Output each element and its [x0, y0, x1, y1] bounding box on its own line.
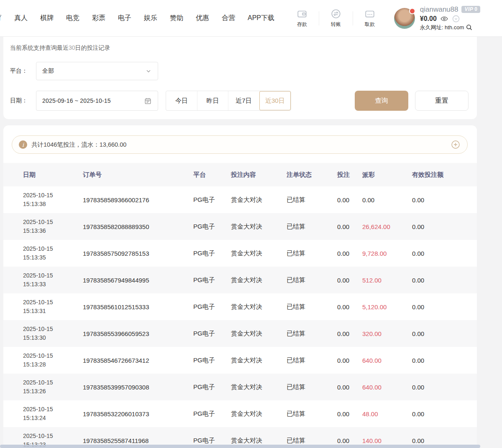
bet-valid: 0.00	[412, 240, 477, 267]
plus-circle-icon[interactable]	[451, 140, 461, 150]
bet-status: 已结算	[287, 267, 337, 293]
bet-datetime: 2025-10-1515:13:36	[23, 213, 83, 240]
column-header: 日期	[23, 163, 83, 186]
user-block[interactable]: qianwanu88 VIP 0 ¥0.00	[394, 5, 480, 31]
nav-item[interactable]: 育	[0, 14, 2, 23]
bet-order: 1978358532206010373	[83, 400, 193, 427]
bet-platform: PG电子	[193, 347, 231, 374]
bet-datetime: 2025-10-1515:13:30	[23, 320, 83, 347]
header-actions: 存款 转账 取款	[289, 8, 383, 28]
bet-payout: 640.00	[362, 374, 412, 400]
column-header: 平台	[193, 163, 231, 186]
bet-platform: PG电子	[193, 400, 231, 427]
deposit-label: 存款	[297, 21, 307, 28]
bet-content: 赏金大对决	[231, 347, 287, 374]
user-info: qianwanu88 VIP 0 ¥0.00	[420, 5, 480, 31]
chevron-down-circle-icon[interactable]	[452, 15, 460, 23]
nav-item[interactable]: 合营	[222, 14, 235, 23]
chevron-down-icon	[145, 68, 152, 74]
bet-order: 1978358553966059523	[83, 320, 193, 347]
bet-payout: 26,624.00	[362, 213, 412, 240]
range-yesterday-button[interactable]: 昨日	[197, 91, 228, 110]
transfer-button[interactable]: 转账	[323, 8, 349, 28]
bet-bet: 0.00	[337, 374, 362, 400]
avatar[interactable]	[394, 8, 415, 29]
bet-content: 赏金大对决	[231, 267, 287, 293]
table-row: 2025-10-1515:13:311978358561012515333PG电…	[3, 293, 477, 320]
table-row: 2025-10-1515:13:261978358539957090308PG电…	[3, 374, 477, 400]
reset-button[interactable]: 重置	[415, 91, 469, 111]
summary-text: 共计1046笔投注，流水：13,660.00	[31, 141, 126, 149]
bet-status: 已结算	[287, 240, 337, 267]
nav-item[interactable]: 优惠	[196, 14, 209, 23]
bet-datetime: 2025-10-1515:13:31	[23, 293, 83, 320]
bet-valid: 0.00	[412, 374, 477, 400]
bet-order: 1978358546726673412	[83, 347, 193, 374]
bet-datetime: 2025-10-1515:13:26	[23, 374, 83, 400]
nav-item[interactable]: 娱乐	[144, 14, 157, 23]
divider	[319, 11, 319, 25]
horizontal-scrollbar[interactable]	[0, 445, 480, 448]
filter-panel: 当前系统支持查询最近30日的投注记录 平台： 全部 日期： 2025-09-16…	[3, 37, 477, 119]
column-header: 投注内容	[231, 163, 287, 186]
bet-order: 1978358567949844995	[83, 267, 193, 293]
nav-item[interactable]: 真人	[14, 14, 28, 23]
table-row: 2025-10-1515:13:331978358567949844995PG电…	[3, 267, 477, 293]
main-nav: 育真人棋牌电竞彩票电子娱乐赞助优惠合营APP下载	[0, 14, 274, 23]
range-30days-button[interactable]: 近30日	[259, 91, 291, 110]
bet-content: 赏金大对决	[231, 213, 287, 240]
nav-item[interactable]: 棋牌	[40, 14, 54, 23]
bet-bet: 0.00	[337, 186, 362, 213]
bet-datetime: 2025-10-1515:13:28	[23, 347, 83, 374]
bet-valid: 0.00	[412, 267, 477, 293]
range-7days-button[interactable]: 近7日	[228, 91, 259, 110]
bet-payout: 0.00	[362, 186, 412, 213]
bet-bet: 0.00	[337, 267, 362, 293]
bet-status: 已结算	[287, 320, 337, 347]
table-row: 2025-10-1515:13:301978358553966059523PG电…	[3, 320, 477, 347]
bet-bet: 0.00	[337, 320, 362, 347]
records-panel: i 共计1046笔投注，流水：13,660.00 日期订单号平台投注内容注单状态…	[3, 125, 477, 448]
nav-item[interactable]: APP下载	[248, 14, 274, 23]
permanent-url-label: 永久网址: hth.com	[420, 24, 464, 31]
bet-content: 赏金大对决	[231, 320, 287, 347]
date-label: 日期：	[10, 97, 36, 104]
bet-platform: PG电子	[193, 213, 231, 240]
search-icon[interactable]	[466, 24, 473, 31]
bet-order: 1978358582088889350	[83, 213, 193, 240]
bet-bet: 0.00	[337, 213, 362, 240]
range-today-button[interactable]: 今日	[166, 91, 197, 110]
bet-order: 1978358575092785153	[83, 240, 193, 267]
table-body: 2025-10-1515:13:381978358589366002176PG电…	[3, 186, 477, 448]
bet-status: 已结算	[287, 347, 337, 374]
username: qianwanu88	[420, 5, 458, 14]
bet-order: 1978358589366002176	[83, 186, 193, 213]
deposit-button[interactable]: 存款	[289, 8, 315, 28]
bet-bet: 0.00	[337, 293, 362, 320]
bet-bet: 0.00	[337, 240, 362, 267]
bet-valid: 0.00	[412, 320, 477, 347]
divider	[353, 11, 353, 25]
bet-content: 赏金大对决	[231, 400, 287, 427]
date-range-input[interactable]: 2025-09-16 ~ 2025-10-15	[36, 91, 158, 111]
bet-bet: 0.00	[337, 400, 362, 427]
bet-status: 已结算	[287, 374, 337, 400]
nav-item[interactable]: 赞助	[170, 14, 183, 23]
bet-datetime: 2025-10-1515:13:33	[23, 267, 83, 293]
table-row: 2025-10-1515:13:281978358546726673412PG电…	[3, 347, 477, 374]
eye-icon[interactable]	[440, 15, 448, 23]
bet-valid: 0.00	[412, 213, 477, 240]
nav-item[interactable]: 电竞	[66, 14, 79, 23]
table-row: 2025-10-1515:13:351978358575092785153PG电…	[3, 240, 477, 267]
platform-select[interactable]: 全部	[36, 62, 158, 80]
withdraw-label: 取款	[365, 21, 375, 28]
platform-selected-value: 全部	[42, 67, 145, 75]
withdraw-button[interactable]: 取款	[356, 8, 383, 28]
bet-platform: PG电子	[193, 267, 231, 293]
table-row: 2025-10-1515:13:241978358532206010373PG电…	[3, 400, 477, 427]
nav-item[interactable]: 电子	[118, 14, 131, 23]
bet-platform: PG电子	[193, 374, 231, 400]
nav-item[interactable]: 彩票	[92, 14, 105, 23]
query-button[interactable]: 查询	[355, 91, 408, 111]
bet-valid: 0.00	[412, 186, 477, 213]
